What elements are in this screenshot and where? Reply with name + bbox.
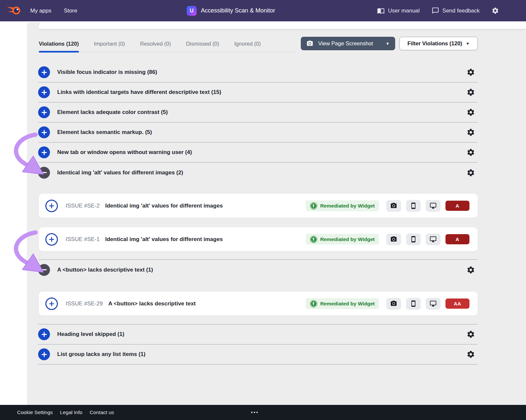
app-footer: Cookie Settings Legal Info Contact us ••…	[0, 405, 526, 420]
group-settings-button[interactable]	[466, 88, 475, 97]
group-settings-button[interactable]	[466, 128, 475, 137]
issues-list: ISSUE #SE-29 A <button> lacks descriptiv…	[38, 280, 478, 324]
expand-group-button[interactable]	[38, 106, 50, 118]
caret-down-icon: ▼	[466, 41, 470, 46]
issue-title: A <button> lacks descriptive text	[108, 300, 196, 307]
footer-legal-info-link[interactable]: Legal Info	[60, 409, 83, 415]
issue-card: ISSUE #SE-1 Identical img 'alt' values f…	[39, 227, 478, 251]
camera-icon	[390, 300, 397, 307]
violation-group-title: List group lacks any list items (1)	[57, 351, 145, 358]
send-feedback-link[interactable]: Send feedback	[432, 7, 480, 14]
plus-circle-icon	[41, 109, 48, 116]
expand-group-button[interactable]	[38, 86, 50, 98]
expand-group-button[interactable]	[38, 348, 50, 360]
issue-card: ISSUE #SE-29 A <button> lacks descriptiv…	[39, 292, 478, 316]
chat-bubble-icon	[432, 7, 439, 14]
group-settings-button[interactable]	[466, 350, 475, 359]
wcag-level-badge: A	[445, 201, 469, 211]
plus-outline-icon	[48, 203, 55, 209]
camera-icon	[306, 40, 313, 47]
group-settings-button[interactable]	[466, 330, 475, 339]
remediated-badge: Remediated by Widget	[306, 298, 379, 309]
violation-group-row: New tab or window opens without warning …	[38, 143, 478, 163]
issue-title: Identical img 'alt' values for different…	[105, 203, 223, 209]
desktop-icon	[430, 202, 437, 209]
header-settings-button[interactable]	[491, 7, 499, 14]
violations-list: Visible focus indicator is missing (86) …	[38, 62, 478, 365]
group-settings-button[interactable]	[466, 108, 475, 117]
violation-group-title: Visible focus indicator is missing (86)	[57, 69, 157, 76]
footer-contact-us-link[interactable]: Contact us	[90, 409, 114, 415]
violation-group-row-expanded: Identical img 'alt' values for different…	[38, 163, 478, 183]
tab-dismissed[interactable]: Dismissed (0)	[186, 36, 219, 52]
plus-circle-icon	[41, 89, 48, 96]
scrolled-card-edge	[39, 21, 526, 29]
tab-violations[interactable]: Violations (120)	[39, 36, 79, 52]
issue-desktop-button[interactable]	[426, 200, 441, 212]
plus-circle-icon	[41, 331, 48, 338]
app-title-block: U Accessibility Scan & Monitor	[187, 0, 275, 21]
plus-outline-icon	[48, 300, 55, 307]
issue-mobile-button[interactable]	[406, 233, 421, 245]
view-page-screenshot-button[interactable]: View Page Screenshot ▼	[301, 37, 395, 50]
issue-title: Identical img 'alt' values for different…	[105, 236, 223, 243]
semrush-logo-icon[interactable]	[6, 4, 21, 17]
tab-ignored[interactable]: Ignored (0)	[234, 36, 261, 52]
mobile-icon	[410, 236, 417, 243]
issue-screenshot-button[interactable]	[386, 298, 401, 310]
issue-mobile-button[interactable]	[406, 298, 421, 310]
tab-important[interactable]: Important (0)	[94, 36, 125, 52]
remediated-badge: Remediated by Widget	[306, 200, 379, 211]
violation-group-row: Visible focus indicator is missing (86)	[38, 62, 478, 82]
issue-card: ISSUE #SE-2 Identical img 'alt' values f…	[39, 194, 478, 218]
app-header: My apps Store U Accessibility Scan & Mon…	[0, 0, 526, 21]
violation-group-title: Identical img 'alt' values for different…	[57, 169, 183, 176]
remediated-badge: Remediated by Widget	[306, 234, 379, 245]
issue-desktop-button[interactable]	[426, 233, 441, 245]
group-settings-button[interactable]	[466, 148, 475, 157]
gear-icon	[491, 7, 499, 14]
group-settings-button[interactable]	[466, 266, 475, 274]
gear-icon	[466, 148, 475, 157]
book-icon	[377, 7, 385, 14]
expand-group-button[interactable]	[38, 328, 50, 340]
footer-more-button[interactable]: •••	[251, 405, 259, 420]
gear-icon	[466, 330, 475, 339]
expand-issue-button[interactable]	[45, 298, 58, 310]
issue-id: ISSUE #SE-1	[66, 236, 100, 243]
violation-tabs: Violations (120) Important (0) Resolved …	[39, 36, 296, 52]
group-settings-button[interactable]	[466, 168, 475, 177]
accessibility-icon	[310, 236, 317, 243]
app-logo-icon: U	[187, 6, 197, 16]
accessibility-icon	[310, 300, 317, 307]
nav-store[interactable]: Store	[64, 8, 77, 14]
issue-id: ISSUE #SE-29	[66, 300, 103, 307]
wcag-level-badge: A	[445, 234, 469, 244]
gear-icon	[466, 350, 475, 359]
issue-desktop-button[interactable]	[426, 298, 441, 310]
violation-group-title: A <button> lacks descriptive text (1)	[57, 267, 153, 273]
violation-group-row: Element lacks semantic markup. (5)	[38, 122, 478, 143]
footer-cookie-settings-link[interactable]: Cookie Settings	[17, 409, 53, 415]
caret-down-icon: ▼	[386, 41, 390, 46]
violation-group-row: Heading level skipped (1)	[38, 324, 478, 344]
group-settings-button[interactable]	[466, 68, 475, 77]
violation-group-row-expanded: A <button> lacks descriptive text (1)	[38, 260, 478, 280]
tab-resolved[interactable]: Resolved (0)	[140, 36, 171, 52]
nav-my-apps[interactable]: My apps	[30, 8, 51, 14]
expand-issue-button[interactable]	[45, 200, 58, 212]
issue-mobile-button[interactable]	[406, 200, 421, 212]
page-title: Accessibility Scan & Monitor	[201, 7, 275, 14]
issue-screenshot-button[interactable]	[386, 200, 401, 212]
plus-circle-icon	[41, 69, 48, 76]
plus-outline-icon	[48, 236, 55, 243]
expand-group-button[interactable]	[38, 66, 50, 78]
violation-group-row: List group lacks any list items (1)	[38, 344, 478, 365]
gear-icon	[466, 108, 475, 117]
violation-group-title: Element lacks adequate color contrast (5…	[57, 109, 168, 116]
user-manual-link[interactable]: User manual	[377, 7, 419, 14]
gear-icon	[466, 266, 475, 274]
filter-violations-button[interactable]: Filter Violations (120) ▼	[399, 37, 478, 50]
issue-screenshot-button[interactable]	[386, 233, 401, 245]
annotation-arrow	[9, 229, 49, 284]
